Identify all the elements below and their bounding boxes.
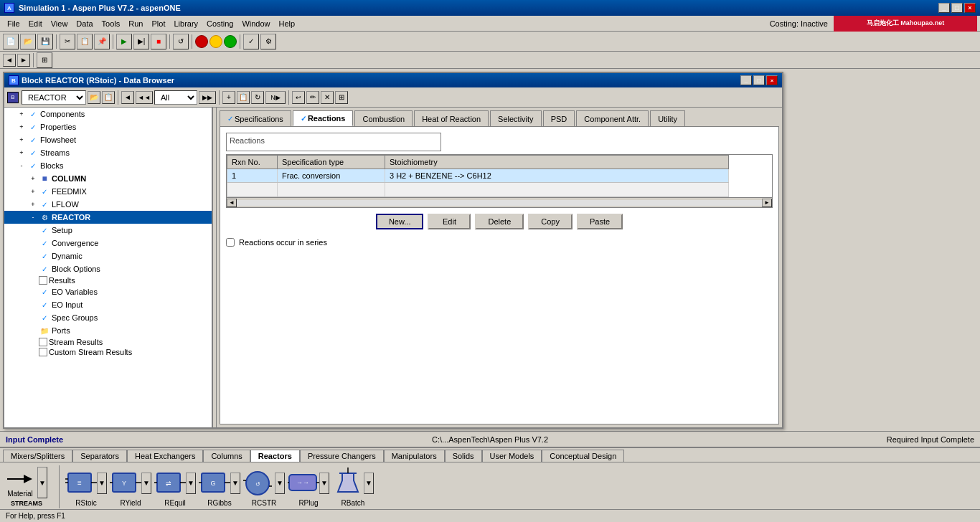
tree-item-setup[interactable]: ✓ Setup (4, 224, 212, 237)
copy-button[interactable]: 📋 (77, 34, 93, 49)
menu-costing[interactable]: Costing (202, 18, 237, 29)
tab-psd[interactable]: PSD (543, 110, 575, 126)
tab-utility[interactable]: Utility (650, 110, 685, 126)
bottom-tab-mixers[interactable]: Mixers/Splitters (3, 450, 72, 462)
tree-item-custom-stream[interactable]: Custom Stream Results (4, 347, 212, 357)
maximize-button[interactable]: □ (951, 3, 963, 13)
table-hscrollbar[interactable]: ◄ ► (227, 197, 772, 207)
rplug-dropdown-button[interactable]: ▼ (319, 473, 329, 494)
material-stream-item[interactable]: Material (6, 468, 34, 498)
table-button[interactable]: ⊞ (335, 91, 348, 104)
bottom-tab-heat-exchangers[interactable]: Heat Exchangers (127, 450, 203, 462)
delete-item-button[interactable]: ✕ (321, 91, 334, 104)
expand-icon[interactable]: + (27, 173, 39, 184)
tree-item-column[interactable]: + ■ COLUMN (4, 172, 212, 185)
rgibbs-dropdown-button[interactable]: ▼ (230, 473, 240, 494)
forward-button[interactable]: ► (17, 54, 30, 67)
ryield-item[interactable]: Y ▼ RYield (110, 468, 151, 507)
rcstr-item[interactable]: ↺ ▼ RCSTR (243, 468, 285, 507)
tab-specifications[interactable]: ✓ Specifications (220, 110, 291, 126)
copy-item-button[interactable]: 📋 (237, 91, 250, 104)
run-button[interactable]: ▶ (116, 34, 132, 49)
bottom-tab-solids[interactable]: Solids (445, 450, 482, 462)
rcstr-dropdown-button[interactable]: ▼ (275, 473, 285, 494)
minimize-button[interactable]: _ (938, 3, 950, 13)
properties-button[interactable]: 📋 (102, 91, 115, 104)
expand-icon[interactable]: + (27, 186, 39, 197)
rplug-item[interactable]: →→ ▼ RPlug (288, 468, 329, 507)
reset-button[interactable]: ↺ (173, 34, 189, 49)
next-required-button[interactable]: N▶ (265, 91, 286, 104)
menu-tools[interactable]: Tools (98, 18, 125, 29)
requil-item[interactable]: ⇌ ▼ REquil (154, 468, 196, 507)
rgibbs-item[interactable]: G ▼ RGibbs (199, 468, 240, 507)
material-dropdown-button[interactable]: ▼ (37, 467, 47, 498)
tree-item-ports[interactable]: 📁 Ports (4, 324, 212, 337)
rbatch-dropdown-button[interactable]: ▼ (364, 473, 374, 494)
save-button[interactable]: 💾 (37, 34, 53, 49)
paste-reaction-button[interactable]: Paste (577, 214, 623, 229)
block-selector[interactable]: REACTOR (22, 90, 86, 105)
settings-button[interactable]: ⚙ (260, 34, 276, 49)
hscroll-left-button[interactable]: ◄ (227, 199, 237, 207)
menu-data[interactable]: Data (72, 18, 97, 29)
tab-combustion[interactable]: Combustion (354, 110, 413, 126)
copy-reaction-button[interactable]: Copy (528, 214, 573, 229)
reactions-series-checkbox[interactable] (226, 238, 235, 247)
tree-item-convergence[interactable]: ✓ Convergence (4, 237, 212, 250)
bottom-tab-conceptual-design[interactable]: Conceptual Design (542, 450, 624, 462)
tree-item-reactor[interactable]: - ⚙ REACTOR (4, 211, 212, 224)
cut-button[interactable]: ✂ (60, 34, 75, 49)
rstoic-dropdown-button[interactable]: ▼ (97, 473, 107, 494)
table-row[interactable]: 1 Frac. conversion 3 H2 + BENZENE --> C6… (227, 169, 729, 183)
tree-item-feedmix[interactable]: + ✓ FEEDMIX (4, 185, 212, 198)
tree-item-results[interactable]: Results (4, 275, 212, 285)
inner-minimize-button[interactable]: _ (740, 75, 752, 85)
tree-item-block-options[interactable]: ✓ Block Options (4, 262, 212, 275)
bottom-tab-separators[interactable]: Separators (72, 450, 127, 462)
history-back-button[interactable]: ↩ (292, 91, 305, 104)
hscroll-right-button[interactable]: ► (762, 199, 772, 207)
bottom-tab-manipulators[interactable]: Manipulators (384, 450, 445, 462)
expand-icon[interactable]: + (16, 134, 27, 146)
refresh-button[interactable]: ↻ (251, 91, 264, 104)
tree-item-stream-results[interactable]: Stream Results (4, 337, 212, 347)
nav-back-far-button[interactable]: ◄◄ (136, 91, 153, 104)
tree-item-eo-input[interactable]: ✓ EO Input (4, 298, 212, 311)
tree-item-flowsheet[interactable]: + ✓ Flowsheet (4, 133, 212, 146)
nav-forward-button[interactable]: ▶▶ (199, 91, 216, 104)
inner-maximize-button[interactable]: □ (753, 75, 765, 85)
new-file-button[interactable]: 📄 (3, 34, 19, 49)
bottom-tab-pressure-changers[interactable]: Pressure Changers (300, 450, 384, 462)
tree-item-components[interactable]: + ✓ Components (4, 108, 212, 120)
expand-icon[interactable]: + (16, 147, 27, 158)
edit-reaction-button[interactable]: Edit (428, 214, 471, 229)
inner-close-button[interactable]: × (766, 75, 778, 85)
menu-file[interactable]: File (3, 18, 24, 29)
menu-help[interactable]: Help (275, 18, 300, 29)
expand-icon[interactable]: + (27, 199, 39, 210)
open-button[interactable]: 📂 (20, 34, 36, 49)
expand-icon[interactable]: + (16, 108, 27, 120)
back-button[interactable]: ◄ (3, 54, 16, 67)
menu-library[interactable]: Library (169, 18, 202, 29)
bottom-tab-columns[interactable]: Columns (203, 450, 250, 462)
nav-all-selector[interactable]: All (154, 90, 197, 105)
edit-mode-button[interactable]: ✏ (306, 91, 319, 104)
menu-edit[interactable]: Edit (24, 18, 47, 29)
close-button[interactable]: × (964, 3, 976, 13)
tab-heat-of-reaction[interactable]: Heat of Reaction (414, 110, 489, 126)
bottom-tab-user-models[interactable]: User Models (482, 450, 542, 462)
menu-plot[interactable]: Plot (147, 18, 169, 29)
expand-icon[interactable]: - (16, 160, 27, 171)
tab-reactions[interactable]: ✓ Reactions (293, 110, 354, 126)
requil-dropdown-button[interactable]: ▼ (186, 473, 196, 494)
tree-item-lflow[interactable]: + ✓ LFLOW (4, 198, 212, 211)
tree-item-eo-variables[interactable]: ✓ EO Variables (4, 285, 212, 298)
new-reaction-button[interactable]: New... (376, 214, 424, 229)
tree-item-spec-groups[interactable]: ✓ Spec Groups (4, 311, 212, 324)
rstoic-item[interactable]: ≡ ▼ RStoic (65, 468, 107, 507)
step-button[interactable]: ▶| (133, 34, 149, 49)
menu-window[interactable]: Window (237, 18, 274, 29)
tree-item-streams[interactable]: + ✓ Streams (4, 146, 212, 159)
